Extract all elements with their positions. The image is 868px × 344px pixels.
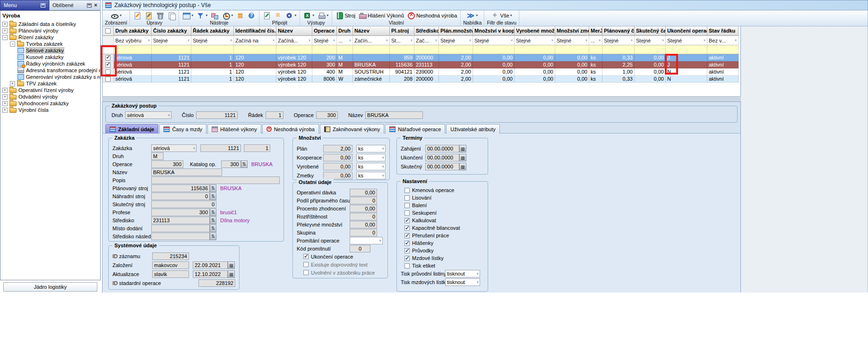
column-header-stav-řádku[interactable]: Stav řádku xyxy=(707,26,739,36)
filter-vyrobené-množství[interactable]: Stejné▾ xyxy=(515,36,555,45)
filter-druh-zakázky[interactable]: Bez výběru▾ xyxy=(114,36,152,45)
search-cell[interactable] xyxy=(276,45,312,54)
input-field[interactable]: slavik xyxy=(152,270,189,278)
input-field[interactable]: 0,00 xyxy=(323,154,352,161)
tree-item-vyhodnocení-zakázky[interactable]: +Vyhodnocení zakázky xyxy=(0,100,100,107)
checkbox-box[interactable] xyxy=(404,241,410,246)
cell-množství-v-kooper[interactable]: 0,00 xyxy=(473,54,515,61)
input-field[interactable]: 228192 xyxy=(198,279,235,287)
toolbar-button-attach-note[interactable] xyxy=(262,12,272,19)
cell-název[interactable]: výrobek 120 xyxy=(276,76,312,83)
cell-ukončení-operace[interactable]: N xyxy=(666,76,707,83)
filter-číslo-zakázky[interactable]: Stejné▾ xyxy=(152,36,191,45)
input-field[interactable]: 0 xyxy=(350,197,377,204)
filter-ukončení-operace[interactable]: Stejné▾ xyxy=(666,36,707,45)
column-header-operace[interactable]: Operace xyxy=(312,26,337,36)
checkbox-uvolnění-v-zásobniku-práce[interactable]: Uvolnění v zásobniku práce xyxy=(293,268,387,277)
table-row-3[interactable]: sériová11211120výrobek 120400MSOUSTRUH90… xyxy=(103,68,740,76)
filter-dropdown-icon[interactable]: ▾ xyxy=(585,39,587,42)
reference-link[interactable]: Dílna motory xyxy=(220,218,249,223)
favorites-header[interactable]: Oblíbené × xyxy=(49,0,101,10)
input-field[interactable]: 00.00.0000 xyxy=(425,145,459,152)
input-field[interactable]: 22.09.2021 xyxy=(193,261,228,269)
cell-název[interactable]: výrobek 120 xyxy=(276,54,312,61)
combo-dropdown-icon[interactable]: ▾ xyxy=(382,147,384,151)
filter-identifikační-čís[interactable]: Začíná na▾ xyxy=(234,36,276,45)
input-field[interactable]: 300 xyxy=(151,209,210,216)
tab-základní-údaje[interactable]: Základní údaje xyxy=(105,124,158,134)
combo-dropdown-icon[interactable]: ▾ xyxy=(382,174,384,177)
cell-stav-řádku[interactable]: aktivní xyxy=(707,54,739,61)
cell-druh[interactable]: M xyxy=(337,61,353,68)
search-cell[interactable] xyxy=(103,45,114,54)
search-cell[interactable] xyxy=(191,45,234,54)
tab-hlášené-výkony[interactable]: Hlášené výkony xyxy=(207,124,261,134)
cell-plánovaný-čas[interactable]: 2,25 xyxy=(602,61,635,68)
cell-číslo-zakázky[interactable]: 1121 xyxy=(152,54,191,61)
cell-merj[interactable]: ks xyxy=(589,68,602,76)
cell-ukončení-operace[interactable]: N xyxy=(666,68,707,76)
checkbox-průvodky[interactable]: Průvodky xyxy=(401,247,484,254)
combo-dropdown-icon[interactable]: ▾ xyxy=(382,165,384,168)
filter-select[interactable] xyxy=(103,36,114,45)
column-header-merj[interactable]: MerJ xyxy=(589,26,602,36)
input-field[interactable]: 0 xyxy=(151,193,210,200)
input-field[interactable]: 300 xyxy=(151,160,183,168)
checkbox-box[interactable] xyxy=(404,210,410,216)
toolbar-button-planning[interactable]: ▾ xyxy=(221,12,234,19)
filter-dropdown-icon[interactable]: ▾ xyxy=(386,39,388,42)
toolbar-button-neshodna-vyroba[interactable]: Neshodná výroba xyxy=(406,12,458,19)
input-field[interactable]: 00.00.0000 xyxy=(425,154,459,161)
calendar-button[interactable]: ▦ xyxy=(459,154,466,161)
tree-item-odvádění-výroby[interactable]: +Odvádění výroby xyxy=(0,93,100,100)
module-footer-button[interactable]: Jádro logistiky xyxy=(3,282,97,292)
combo-dropdown-icon[interactable]: ▾ xyxy=(193,146,195,150)
search-cell[interactable] xyxy=(152,45,191,54)
input-field[interactable]: 0,00 xyxy=(350,205,377,212)
cell-množství-v-kooper[interactable]: 0,00 xyxy=(473,76,515,83)
cell-řádek-zakázky[interactable]: 1 xyxy=(191,68,234,76)
cell-druh-zakázky[interactable]: sériová xyxy=(114,54,152,61)
input-field[interactable]: 0,00 xyxy=(323,163,352,170)
input-field[interactable]: 300 xyxy=(316,111,338,119)
search-cell[interactable] xyxy=(515,45,555,54)
cell-číslo-zakázky[interactable]: 1121 xyxy=(152,61,191,68)
column-header-plán-množství[interactable]: Plán.množství xyxy=(439,26,473,36)
input-field[interactable]: 300 xyxy=(221,160,241,168)
calendar-button[interactable]: ▦ xyxy=(459,145,466,152)
tab-neshodná-výroba[interactable]: Neshodná výroba xyxy=(262,124,319,134)
row-select-checkbox[interactable] xyxy=(105,62,111,67)
cell-název[interactable]: BRUSKA xyxy=(353,61,390,68)
search-cell[interactable] xyxy=(602,45,635,54)
column-header-identifikační-čís[interactable]: Identifikační čís... xyxy=(234,26,276,36)
input-field[interactable]: 00.00.0000 xyxy=(425,163,459,170)
search-cell[interactable] xyxy=(234,45,276,54)
cell-druh-zakázky[interactable]: sériová xyxy=(114,61,152,68)
toolbar-button-merge[interactable] xyxy=(210,12,220,19)
search-cell[interactable] xyxy=(635,45,666,54)
tree-item-plánování-výroby[interactable]: +Plánování výroby xyxy=(0,27,100,34)
toolbar-button-delete-record[interactable] xyxy=(155,12,165,19)
cell-název[interactable] xyxy=(353,54,390,61)
expand-icon[interactable]: + xyxy=(2,108,8,113)
favorites-close-icon[interactable]: × xyxy=(94,3,97,8)
combo-field[interactable]: ks▾ xyxy=(356,163,386,170)
filter-množství-zmet[interactable]: Stejné▾ xyxy=(555,36,589,45)
combo-dropdown-icon[interactable]: ▾ xyxy=(476,280,479,284)
search-cell[interactable] xyxy=(473,45,515,54)
expand-icon[interactable]: + xyxy=(2,88,8,93)
cell-stav-řádku[interactable]: aktivní xyxy=(707,76,739,83)
filter-skutečný-čas[interactable]: Stejné▾ xyxy=(635,36,666,45)
cell-plánovaný-čas[interactable]: 0,33 xyxy=(602,54,635,61)
input-field[interactable]: 1 xyxy=(266,111,284,119)
cell-druh-zakázky[interactable]: sériová xyxy=(114,68,152,76)
column-header-select[interactable] xyxy=(103,26,114,36)
input-field[interactable]: 115636 xyxy=(151,185,210,192)
search-cell[interactable] xyxy=(312,45,337,54)
cell-vyrobené-množství[interactable]: 0,00 xyxy=(515,61,555,68)
select-all-checkbox[interactable] xyxy=(105,28,111,34)
input-field[interactable]: M xyxy=(151,152,163,160)
filter-dropdown-icon[interactable]: ▾ xyxy=(148,39,150,42)
checkbox-hlášenky[interactable]: Hlášenky xyxy=(401,239,484,247)
cell-plánovaný-čas[interactable]: 0,33 xyxy=(602,76,635,83)
